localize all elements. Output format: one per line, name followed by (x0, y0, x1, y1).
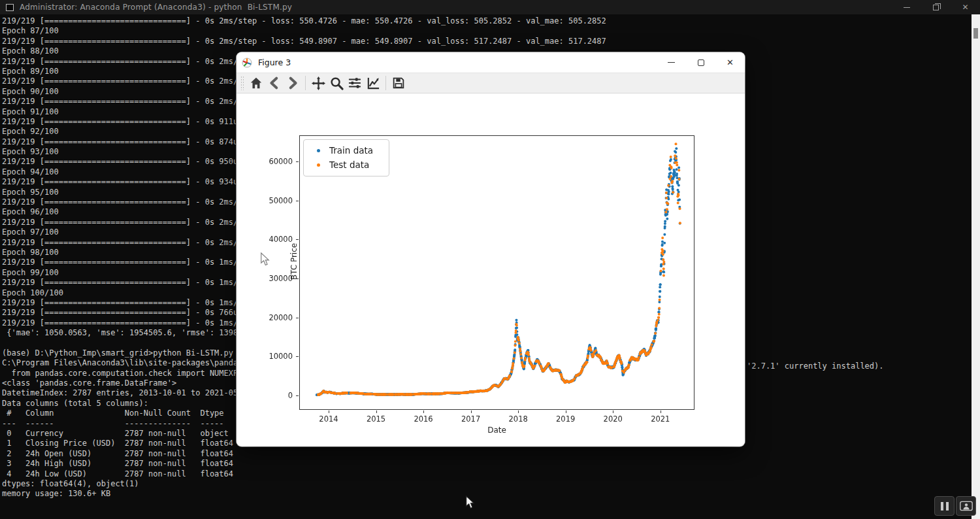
figure-maximize-button[interactable] (686, 52, 715, 73)
pause-icon (939, 502, 950, 511)
figure-canvas-area: 20142015201620172018201920202021 0100002… (237, 93, 745, 446)
terminal-line: 219/219 [==============================]… (2, 37, 975, 46)
configure-subplots-icon (348, 76, 362, 90)
figure-close-button[interactable]: ✕ (715, 52, 745, 73)
recorder-overlay (933, 496, 976, 516)
terminal-line: Epoch 87/100 (2, 26, 975, 36)
pan-icon (311, 76, 326, 91)
back-icon (267, 76, 282, 90)
y-tick-label: 40000 (261, 235, 293, 244)
camera-overlay-button[interactable] (956, 496, 976, 516)
configure-subplots-button[interactable] (346, 75, 364, 92)
y-axis-label: BTC Price (289, 222, 299, 301)
toolbar-separator (305, 76, 306, 90)
y-tick (296, 395, 299, 396)
y-tick-label: 10000 (261, 352, 293, 361)
x-tick (329, 410, 329, 413)
x-tick-label: 2018 (505, 414, 531, 424)
x-tick (471, 410, 472, 413)
edit-parameters-button[interactable] (364, 75, 382, 92)
pan-button[interactable] (309, 75, 327, 92)
test-marker-icon (317, 163, 320, 167)
terminal-close-button[interactable]: ✕ (951, 0, 980, 14)
matplotlib-icon (242, 58, 252, 68)
minimize-icon (668, 62, 675, 63)
y-tick (296, 356, 299, 357)
y-tick-label: 0 (261, 391, 293, 400)
x-tick-label: 2019 (553, 414, 579, 424)
console-icon (6, 4, 14, 11)
forward-icon (286, 76, 300, 90)
terminal-titlebar: Administrator: Anaconda Prompt (Anaconda… (0, 0, 980, 14)
zoom-icon (329, 76, 344, 91)
camera-person-icon (960, 501, 973, 511)
y-tick-label: 50000 (261, 196, 293, 205)
back-button[interactable] (265, 75, 284, 92)
figure-minimize-button[interactable] (657, 52, 686, 73)
y-tick-label: 60000 (261, 157, 293, 166)
maximize-icon (698, 59, 704, 66)
x-tick-label: 2016 (410, 414, 436, 424)
y-tick (296, 161, 299, 162)
home-button[interactable] (247, 75, 265, 92)
toolbar-separator (385, 76, 386, 90)
terminal-line: 219/219 [==============================]… (2, 16, 975, 26)
terminal-title: Administrator: Anaconda Prompt (Anaconda… (20, 3, 292, 12)
y-tick (296, 318, 299, 318)
y-tick (296, 201, 299, 201)
legend-label-train: Train data (329, 145, 373, 156)
x-tick-label: 2014 (316, 414, 342, 424)
terminal-line: 3 24h High (USD) 2787 non-null float64 (2, 459, 975, 469)
screen: Administrator: Anaconda Prompt (Anaconda… (0, 0, 980, 519)
legend-item-train: Train data (310, 143, 382, 158)
legend-label-test: Test data (329, 159, 369, 170)
figure-titlebar[interactable]: Figure 3 ✕ (237, 52, 745, 73)
x-tick-label: 2021 (647, 414, 674, 424)
scrollbar-thumb[interactable] (973, 28, 978, 39)
save-button[interactable] (389, 75, 408, 92)
restore-icon (933, 5, 939, 10)
x-tick-label: 2015 (363, 414, 389, 424)
figure-window: Figure 3 ✕ (237, 52, 745, 446)
zoom-button[interactable] (327, 75, 346, 92)
legend-item-test: Test data (310, 158, 382, 172)
legend: Train data Test data (303, 139, 389, 176)
pause-button[interactable] (934, 496, 955, 516)
mouse-cursor-icon (260, 252, 270, 267)
terminal-line: 2 24h Open (USD) 2787 non-null float64 (2, 449, 975, 459)
x-tick (376, 410, 377, 413)
figure-toolbar (237, 73, 745, 93)
terminal-minimize-button[interactable] (892, 0, 921, 14)
x-tick (661, 410, 661, 413)
terminal-line: dtypes: float64(4), object(1) (2, 479, 975, 489)
x-tick-label: 2017 (458, 414, 484, 424)
terminal-scrollbar[interactable] (972, 14, 980, 519)
figure-title: Figure 3 (258, 58, 291, 67)
terminal-restore-button[interactable] (921, 0, 951, 14)
y-tick-label: 30000 (261, 274, 293, 283)
toolbar-handle[interactable] (240, 76, 244, 90)
minimize-icon (904, 7, 910, 8)
train-marker-icon (317, 149, 320, 152)
x-tick (566, 410, 566, 413)
home-icon (249, 76, 263, 90)
x-tick (518, 410, 519, 413)
x-tick-label: 2020 (600, 414, 626, 424)
plot-frame (299, 135, 694, 410)
x-tick (613, 410, 613, 413)
x-tick (423, 410, 424, 413)
forward-button[interactable] (284, 75, 302, 92)
terminal-line: 4 24h Low (USD) 2787 non-null float64 (2, 469, 975, 479)
terminal-line-fragment: '2.7.1' currently installed). (747, 361, 884, 371)
y-tick-label: 20000 (261, 313, 293, 322)
save-icon (391, 76, 406, 90)
edit-parameters-icon (366, 76, 381, 91)
x-axis-label: Date (299, 426, 694, 435)
terminal-line: memory usage: 130.6+ KB (2, 489, 975, 499)
